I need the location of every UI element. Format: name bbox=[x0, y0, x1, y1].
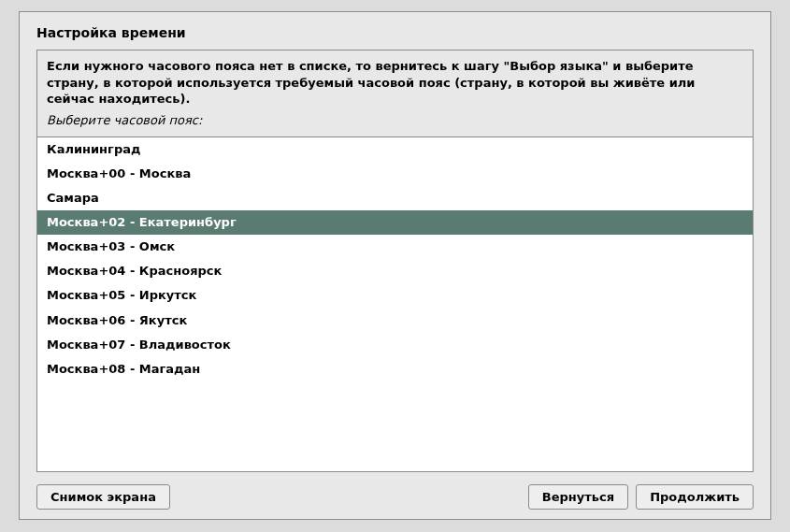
timezone-item[interactable]: Москва+00 - Москва bbox=[37, 162, 753, 186]
timezone-item[interactable]: Москва+03 - Омск bbox=[37, 235, 753, 259]
instruction-text: Если нужного часового пояса нет в списке… bbox=[47, 58, 743, 108]
screenshot-button[interactable]: Снимок экрана bbox=[36, 484, 170, 510]
timezone-item[interactable]: Москва+06 - Якутск bbox=[37, 309, 753, 333]
timezone-item[interactable]: Москва+04 - Красноярск bbox=[37, 259, 753, 283]
timezone-item[interactable]: Москва+08 - Магадан bbox=[37, 357, 753, 381]
page-title: Настройка времени bbox=[20, 12, 770, 50]
continue-button[interactable]: Продолжить bbox=[636, 484, 754, 510]
instruction-box: Если нужного часового пояса нет в списке… bbox=[36, 50, 754, 137]
prompt-label: Выберите часовой пояс: bbox=[47, 113, 743, 127]
back-button[interactable]: Вернуться bbox=[528, 484, 628, 510]
button-bar: Снимок экрана Вернуться Продолжить bbox=[20, 484, 770, 510]
timezone-item[interactable]: Москва+02 - Екатеринбург bbox=[37, 210, 753, 235]
timezone-item[interactable]: Москва+07 - Владивосток bbox=[37, 333, 753, 357]
timezone-item[interactable]: Москва+05 - Иркутск bbox=[37, 283, 753, 308]
timezone-item[interactable]: Самара bbox=[37, 186, 753, 210]
timezone-item[interactable]: Калининград bbox=[37, 137, 753, 162]
timezone-listbox[interactable]: КалининградМосква+00 - МоскваСамараМоскв… bbox=[36, 137, 754, 472]
installer-window: Настройка времени Если нужного часового … bbox=[19, 11, 771, 520]
